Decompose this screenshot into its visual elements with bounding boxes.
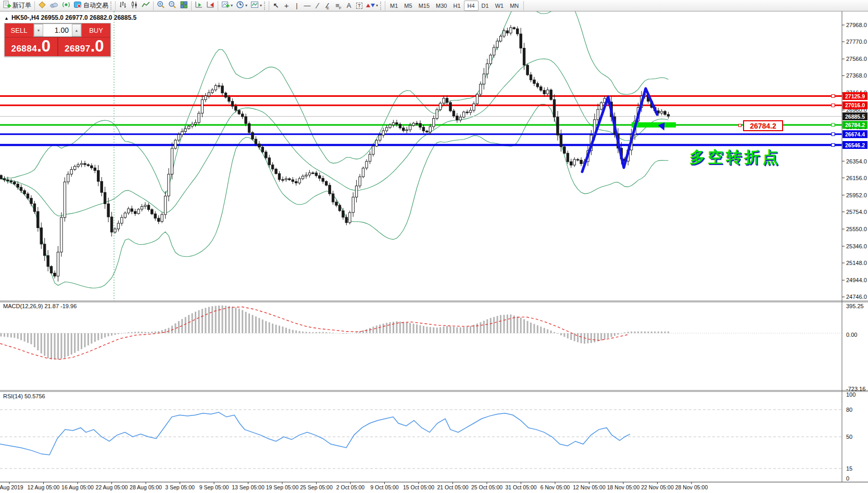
candle-body	[137, 209, 140, 213]
zoom-in-button[interactable]	[155, 1, 167, 11]
zoom-out-button[interactable]	[167, 1, 178, 11]
collapse-panel-icon[interactable]: ▲	[4, 16, 9, 21]
turning-point-annotation[interactable]: 多空转折点	[689, 147, 781, 168]
autotrading-button[interactable]: 自动交易	[72, 1, 110, 11]
candlestick-chart-button[interactable]	[129, 1, 140, 11]
auto-scroll-button[interactable]	[193, 1, 205, 11]
sell-button[interactable]: SELL	[5, 23, 33, 37]
volume-increase-button[interactable]: ▲	[72, 24, 81, 36]
timeframe-d1-button[interactable]: D1	[479, 1, 492, 11]
cursor-tool-button[interactable]: ↖	[271, 1, 281, 11]
level-anchor-handle[interactable]	[832, 133, 835, 136]
candle-body	[513, 28, 515, 29]
chart-canvas[interactable]: 27968.027770.027566.027368.027164.026960…	[0, 0, 868, 493]
tile-windows-button[interactable]	[178, 1, 190, 11]
timeframe-m1-button[interactable]: M1	[387, 1, 401, 11]
candle-body	[178, 135, 180, 141]
fibonacci-tool-button[interactable]: ≡F	[333, 1, 344, 11]
level-anchor-handle[interactable]	[832, 104, 835, 107]
time-axis: 6 Aug 201912 Aug 05:0016 Aug 05:0022 Aug…	[0, 482, 708, 490]
candle-body	[201, 100, 203, 113]
candle-body	[37, 211, 39, 227]
candle-body	[184, 129, 186, 131]
level-anchor-handle[interactable]	[832, 95, 835, 98]
price-note-anchor[interactable]	[738, 124, 741, 127]
trendline-tool-button[interactable]: ∕	[312, 1, 323, 11]
text-icon: A	[347, 2, 351, 10]
candle-body	[466, 112, 468, 113]
candle-body	[295, 182, 297, 183]
market-depth-button[interactable]	[36, 1, 48, 11]
channel-tool-button[interactable]: ∕∕E	[323, 1, 333, 11]
candle-body	[70, 170, 72, 174]
mt4-window: 新订单 自动交易	[0, 0, 868, 493]
text-label-tool-button[interactable]: T	[354, 1, 364, 11]
sell-price-frac: .0	[37, 39, 51, 54]
line-chart-icon	[142, 1, 150, 11]
candle-body	[499, 36, 501, 42]
new-order-button[interactable]: 新订单	[1, 1, 33, 11]
chart-shift-button[interactable]	[205, 1, 216, 11]
timeframe-h1-button[interactable]: H1	[450, 1, 463, 11]
new-order-icon	[3, 1, 11, 11]
timeframe-w1-button[interactable]: W1	[492, 1, 507, 11]
candle-body	[517, 29, 519, 34]
bar-chart-button[interactable]	[117, 1, 129, 11]
level-anchor-handle[interactable]	[832, 123, 835, 127]
timeframe-mn-button[interactable]: MN	[507, 1, 522, 11]
candle-body	[194, 122, 196, 124]
periods-button[interactable]: ▾	[234, 1, 249, 11]
candle-body	[228, 97, 230, 102]
arrows-tool-button[interactable]: ▾	[364, 1, 380, 11]
template-icon	[250, 1, 259, 11]
volume-decrease-button[interactable]: ▼	[34, 24, 43, 36]
candle-body	[271, 165, 273, 169]
price-note-label[interactable]: 26784.2	[743, 120, 783, 131]
candle-body	[74, 167, 76, 170]
gold-diamond-icon	[38, 1, 46, 11]
volume-input[interactable]: 1.00	[43, 24, 72, 36]
text-tool-button[interactable]: A	[344, 1, 354, 11]
buy-price[interactable]: 26897.0	[58, 37, 111, 56]
crosshair-tool-button[interactable]: +	[281, 1, 292, 11]
level-anchor-handle[interactable]	[832, 144, 835, 147]
signals-button[interactable]	[60, 1, 72, 11]
candle-body	[389, 125, 391, 128]
crosshair-icon: +	[284, 2, 289, 10]
sell-price-main: 26884	[11, 44, 37, 54]
candle-body	[409, 125, 411, 130]
price-tag-label: 26885.5	[845, 113, 865, 120]
buy-price-frac: .0	[91, 39, 104, 54]
candle-body	[57, 252, 59, 276]
timeframe-m15-button[interactable]: M15	[416, 1, 433, 11]
candle-body	[84, 163, 86, 165]
line-chart-button[interactable]	[140, 1, 152, 11]
candle-body	[664, 111, 666, 115]
add-indicator-button[interactable]: ▾	[220, 1, 234, 11]
vertical-line-tool-button[interactable]: |	[292, 1, 302, 11]
horizontal-line-tool-button[interactable]: —	[302, 1, 312, 11]
indicator-axis-label: 100	[846, 391, 856, 398]
timeframe-m5-button[interactable]: M5	[401, 1, 415, 11]
templates-button[interactable]: ▾	[249, 1, 263, 11]
buy-button[interactable]: BUY	[82, 23, 110, 37]
candle-body	[540, 87, 542, 91]
candle-body	[218, 86, 220, 87]
candle-body	[181, 131, 183, 134]
sell-price[interactable]: 26884.0	[5, 37, 58, 56]
timeframe-h4-button[interactable]: H4	[464, 1, 479, 11]
indicator-axis-label: 80	[846, 407, 852, 413]
price-tick-label: 26156.0	[846, 175, 867, 181]
candle-body	[366, 161, 368, 168]
candle-body	[510, 28, 512, 33]
candle-body	[463, 112, 465, 117]
candle-body	[369, 154, 371, 161]
candle-body	[399, 124, 401, 128]
candle-body	[496, 41, 498, 47]
support-highlight-bar[interactable]	[632, 122, 676, 128]
candle-body	[67, 174, 69, 182]
timeframe-m30-button[interactable]: M30	[433, 1, 450, 11]
candle-body	[221, 86, 223, 93]
publish-button[interactable]	[48, 1, 60, 11]
candle-body	[385, 128, 387, 131]
